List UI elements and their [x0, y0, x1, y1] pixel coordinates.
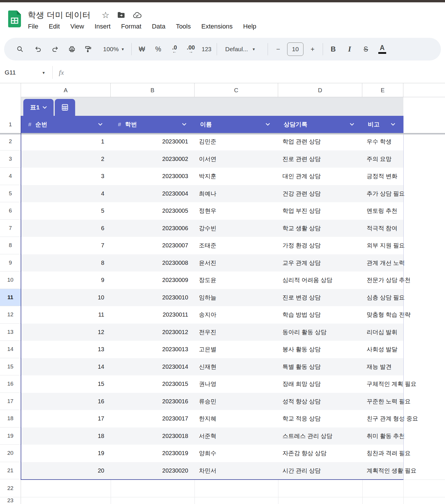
cell[interactable]: 최예나: [195, 185, 278, 203]
cell[interactable]: 학교 생활 상담: [278, 220, 362, 237]
cell[interactable]: 20230009: [111, 271, 195, 289]
cell[interactable]: 20230002: [111, 150, 195, 168]
font-family-select[interactable]: Defaul... ▾: [220, 46, 264, 53]
cell[interactable]: 임하늘: [195, 289, 278, 306]
cell[interactable]: 심리적 어려움 상담: [278, 271, 362, 289]
cell[interactable]: 20230013: [111, 341, 195, 358]
chevron-down-icon[interactable]: [266, 123, 270, 126]
cell[interactable]: 스트레스 관리 상담: [278, 427, 362, 445]
cell[interactable]: 멘토링 추천: [362, 202, 403, 220]
cell[interactable]: 13: [21, 341, 111, 358]
menu-help[interactable]: Help: [243, 23, 256, 30]
menu-edit[interactable]: Edit: [49, 23, 60, 30]
cell[interactable]: 10: [21, 289, 111, 306]
cell[interactable]: 18: [21, 427, 111, 445]
cell[interactable]: 차민서: [195, 462, 278, 480]
cell[interactable]: 20230005: [111, 202, 195, 220]
cell[interactable]: 교우 관계 상담: [278, 254, 362, 272]
strikethrough-button[interactable]: S: [359, 42, 372, 56]
row-header-13[interactable]: 13: [0, 324, 21, 341]
paint-format-icon[interactable]: [82, 42, 95, 56]
cell[interactable]: 20230020: [111, 462, 195, 480]
menu-insert[interactable]: Insert: [95, 23, 111, 30]
cell[interactable]: 재능 발견: [362, 358, 403, 376]
column-header-e[interactable]: E: [362, 83, 403, 97]
decrease-font-size-button[interactable]: −: [271, 42, 285, 56]
row-header-4[interactable]: 4: [0, 168, 21, 185]
zoom-control[interactable]: 100% ▾: [99, 46, 128, 53]
cell[interactable]: 성적 향상 상담: [278, 393, 362, 410]
cell[interactable]: 이서연: [195, 150, 278, 168]
cell[interactable]: 긍정적 변화: [362, 168, 403, 185]
cell[interactable]: 학업 부진 상담: [278, 202, 362, 220]
cell[interactable]: 전문가 상담 추천: [362, 271, 403, 289]
frozen-row-divider[interactable]: [0, 133, 445, 134]
column-header-f[interactable]: [403, 83, 445, 97]
cell[interactable]: 관계 개선 노력: [362, 254, 403, 272]
document-title[interactable]: 학생 더미 데이터: [28, 10, 91, 21]
cell[interactable]: 20230014: [111, 358, 195, 376]
cell[interactable]: 취미 활동 추천: [362, 427, 403, 445]
cell[interactable]: 20230011: [111, 306, 195, 324]
cell[interactable]: 권나영: [195, 375, 278, 393]
cloud-check-icon[interactable]: [133, 12, 142, 19]
cell[interactable]: 16: [21, 393, 111, 410]
undo-icon[interactable]: [31, 42, 45, 56]
row-header-22[interactable]: 22: [0, 480, 21, 497]
cell[interactable]: 7: [21, 237, 111, 254]
menu-extensions[interactable]: Extensions: [201, 23, 233, 30]
cell[interactable]: 조태준: [195, 237, 278, 254]
chevron-down-icon[interactable]: ▾: [43, 70, 45, 75]
cell[interactable]: 20: [21, 462, 111, 480]
cell[interactable]: 시간 관리 상담: [278, 462, 362, 480]
row-header-19[interactable]: 19: [0, 427, 21, 445]
row-header-18[interactable]: 18: [0, 410, 21, 427]
menu-data[interactable]: Data: [152, 23, 165, 30]
column-header-d[interactable]: D: [278, 83, 362, 97]
currency-format-icon[interactable]: ₩: [135, 42, 149, 56]
sheets-logo-icon[interactable]: [8, 10, 21, 27]
row-header-3[interactable]: 3: [0, 150, 21, 168]
row-header-6[interactable]: 6: [0, 202, 21, 220]
cell[interactable]: 친구 관계 형성 중요: [362, 410, 403, 427]
cell[interactable]: 구체적인 계획 필요: [362, 375, 403, 393]
column-header-b[interactable]: B: [111, 83, 195, 97]
row-header-10[interactable]: 10: [0, 271, 21, 289]
print-icon[interactable]: [65, 42, 79, 56]
cell[interactable]: 동아리 활동 상담: [278, 324, 362, 341]
cell[interactable]: 20230004: [111, 185, 195, 203]
formula-input[interactable]: [73, 62, 442, 83]
cell[interactable]: 대인 관계 상담: [278, 168, 362, 185]
cell[interactable]: 학습 방법 상담: [278, 306, 362, 324]
cell[interactable]: 맞춤형 학습 전략: [362, 306, 403, 324]
cell[interactable]: 칭찬과 격려 필요: [362, 445, 403, 462]
cell[interactable]: 20230010: [111, 289, 195, 306]
row-header-8[interactable]: 8: [0, 237, 21, 254]
table-column-header-4[interactable]: 상담기록: [278, 116, 362, 133]
cell[interactable]: 17: [21, 410, 111, 427]
cell[interactable]: 4: [21, 185, 111, 203]
table-column-header-5[interactable]: 비고: [362, 116, 403, 133]
table-column-header-3[interactable]: 이름: [195, 116, 278, 133]
cell[interactable]: 2: [21, 150, 111, 168]
decrease-decimal-icon[interactable]: .0 ←: [168, 42, 181, 56]
row-header-16[interactable]: 16: [0, 375, 21, 393]
menu-view[interactable]: View: [70, 23, 84, 30]
cell[interactable]: 20230003: [111, 168, 195, 185]
cell[interactable]: 14: [21, 358, 111, 376]
chevron-down-icon[interactable]: [182, 123, 186, 126]
cell[interactable]: 강수빈: [195, 220, 278, 237]
move-folder-icon[interactable]: [117, 12, 125, 19]
cell[interactable]: 박지훈: [195, 168, 278, 185]
cell[interactable]: 학업 관련 상담: [278, 133, 362, 150]
table-column-header-2[interactable]: #학번: [111, 116, 195, 133]
cell[interactable]: 11: [21, 306, 111, 324]
row-header-14[interactable]: 14: [0, 341, 21, 358]
cell[interactable]: 서준혁: [195, 427, 278, 445]
cell[interactable]: 20230016: [111, 393, 195, 410]
text-color-button[interactable]: A: [375, 42, 389, 56]
row-header-23[interactable]: 23: [0, 497, 21, 504]
cell[interactable]: 봉사 활동 상담: [278, 341, 362, 358]
cell[interactable]: 양희수: [195, 445, 278, 462]
table-grid-button[interactable]: [55, 99, 75, 116]
